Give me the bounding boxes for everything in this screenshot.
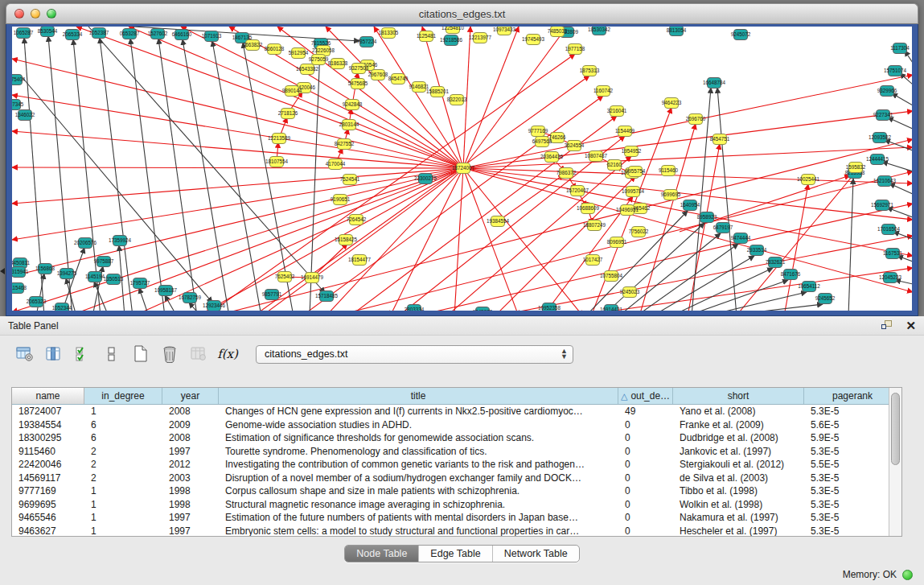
graph-node[interactable]: 8096951 [607, 237, 627, 248]
import-table-icon[interactable] [188, 344, 209, 365]
graph-node[interactable]: 7663822 [243, 40, 263, 51]
graph-node[interactable]: 20364436 [540, 152, 564, 163]
graph-node[interactable]: 18107554 [265, 157, 289, 167]
graph-node[interactable]: 1117304 [890, 43, 910, 54]
graph-node[interactable]: 10958187 [154, 286, 178, 296]
graph-node[interactable]: 9245078 [473, 307, 493, 311]
graph-node[interactable]: 62160 [607, 160, 622, 171]
column-header-indegree[interactable]: in_degree [84, 388, 162, 404]
graph-node[interactable]: 10688609 [577, 204, 600, 214]
graph-node[interactable]: 16158425 [335, 235, 358, 245]
table-row[interactable]: 977716911998Corpus callosum shape and si… [12, 484, 901, 498]
graph-node[interactable]: 7625402 [275, 272, 295, 282]
graph-node[interactable]: 16914479 [301, 273, 324, 283]
graph-node[interactable]: 9242848 [343, 100, 363, 110]
table-row[interactable]: 1938455462009Genome-wide association stu… [12, 418, 901, 432]
new-table-icon[interactable] [130, 344, 151, 365]
graph-node[interactable]: 10755804 [600, 271, 623, 282]
graph-node[interactable]: 2775404 [12, 75, 26, 85]
graph-node[interactable]: 9115468 [12, 283, 27, 294]
graph-node[interactable]: 18530342 [588, 27, 611, 35]
graph-node[interactable]: 10995784 [622, 187, 645, 197]
graph-node[interactable]: 1160742 [593, 86, 614, 97]
graph-node[interactable]: 16782759 [179, 293, 202, 303]
table-row[interactable]: 2242004622012Investigating the contribut… [12, 458, 901, 472]
graph-node[interactable]: 2933514 [747, 245, 767, 256]
graph-node[interactable]: 7756022 [629, 227, 649, 237]
graph-node[interactable]: 12254810 [441, 27, 465, 34]
graph-node[interactable]: 1125481 [417, 31, 437, 42]
graph-node[interactable]: 10025441 [797, 175, 820, 185]
table-row[interactable]: 946554611997Estimation of the future num… [12, 511, 901, 525]
graph-node[interactable]: 9190651 [331, 195, 351, 205]
graph-node[interactable]: 3315941 [12, 267, 29, 278]
graph-node[interactable]: 2803334 [405, 305, 425, 311]
column-chooser-icon[interactable] [43, 344, 64, 365]
table-row[interactable]: 1456911722003Disruption of a novel membe… [12, 472, 901, 485]
graph-node[interactable]: 17359924 [109, 236, 132, 246]
graph-node[interactable]: 9245072 [731, 30, 751, 40]
graph-node[interactable]: 9777169 [528, 126, 548, 137]
graph-node[interactable]: 10654112 [798, 282, 820, 292]
graph-node[interactable]: 8471676 [781, 270, 801, 280]
graph-node[interactable]: 1640954 [680, 200, 700, 211]
tab-network-table[interactable]: Network Table [493, 546, 579, 562]
graph-node[interactable]: 7857224 [357, 37, 377, 47]
tab-node-table[interactable]: Node Table [345, 546, 419, 562]
graph-node[interactable]: 12213977 [469, 33, 492, 43]
close-panel-icon[interactable]: ✕ [906, 319, 916, 332]
delete-table-icon[interactable] [159, 344, 180, 365]
graph-node[interactable]: 1227345 [12, 100, 24, 110]
table-row[interactable]: 969969511998Structural magnetic resonanc… [12, 498, 901, 512]
function-builder-icon[interactable]: f(x) [217, 344, 238, 365]
column-header-outde[interactable]: △out_de… [618, 388, 673, 404]
network-window-titlebar[interactable]: citations_edges.txt [6, 3, 918, 24]
graph-node[interactable]: 16543382 [296, 64, 319, 75]
graph-node[interactable]: 2065334 [63, 30, 83, 40]
table-row[interactable]: 1872400712008Changes of HCN gene express… [12, 405, 901, 418]
select-rows-icon[interactable] [72, 344, 93, 365]
column-header-short[interactable]: short [673, 388, 804, 404]
graph-node[interactable]: 15751074 [884, 66, 907, 76]
graph-node[interactable]: 8427552 [335, 139, 355, 150]
graph-node[interactable]: 1813305 [379, 28, 399, 39]
table-scrollbar-thumb[interactable] [891, 393, 900, 465]
graph-node[interactable]: 8454749 [388, 74, 409, 84]
graph-node[interactable]: 2718126 [278, 109, 298, 119]
graph-node[interactable]: 6497568 [532, 137, 552, 147]
table-row[interactable]: 946362711997Embryonic stem cells: a mode… [12, 525, 901, 537]
graph-node[interactable]: 9245652 [815, 294, 836, 304]
graph-node[interactable]: 3216041 [607, 106, 627, 117]
graph-node[interactable]: 1052387 [89, 28, 109, 39]
graph-node[interactable]: 12045233 [879, 273, 902, 283]
table-row[interactable]: 1830029562008Estimation of significance … [12, 431, 901, 445]
graph-node[interactable]: 0653287 [120, 29, 140, 39]
graph-node[interactable]: 2696760 [686, 114, 706, 125]
column-header-year[interactable]: year [162, 388, 219, 404]
graph-node[interactable]: 9115460 [659, 166, 679, 176]
graph-node[interactable]: 5912954 [289, 48, 309, 59]
graph-node[interactable]: 1977158 [565, 44, 585, 55]
graph-node[interactable]: 9464223 [662, 98, 682, 109]
column-header-pagerank[interactable]: pagerank [804, 388, 901, 404]
graph-node[interactable]: 19218586 [440, 35, 463, 46]
graph-node[interactable]: 8186328 [328, 59, 348, 69]
graph-node[interactable]: 3624554 [565, 141, 585, 151]
row-height-icon[interactable] [101, 344, 122, 365]
graph-node[interactable]: 19745493 [522, 35, 545, 45]
graph-node[interactable]: 19384554 [487, 216, 510, 227]
graph-node[interactable]: 1954952 [622, 146, 642, 157]
graph-node[interactable]: 1156868 [35, 264, 55, 274]
graph-node[interactable]: 1065287 [14, 28, 34, 39]
graph-node[interactable]: 6479197 [713, 223, 733, 233]
graph-node[interactable]: 9890144 [282, 86, 302, 97]
graph-node[interactable]: 16914421 [600, 305, 623, 311]
graph-node[interactable]: 10973433 [493, 27, 516, 35]
graph-node[interactable]: 1145194 [85, 272, 105, 282]
graph-node[interactable]: 16648784 [703, 78, 726, 89]
network-canvas[interactable]: 1065287853054420653341052387065328715276… [12, 27, 912, 311]
graph-node[interactable]: 9327508 [349, 64, 369, 74]
graph-node[interactable]: 2967608 [368, 70, 388, 80]
graph-node[interactable]: 8660128 [265, 44, 285, 55]
graph-node[interactable]: 1346022 [15, 110, 35, 121]
